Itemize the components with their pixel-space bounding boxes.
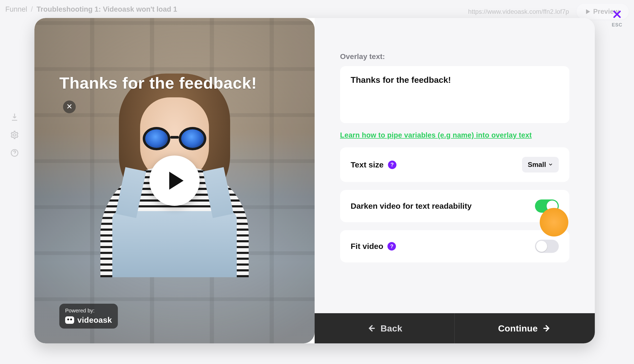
svg-point-0 bbox=[13, 134, 16, 136]
videoask-logo-icon bbox=[65, 316, 74, 324]
text-size-value: Small bbox=[528, 161, 546, 169]
modal-footer: Back Continue bbox=[315, 313, 595, 343]
overlay-settings-modal: Thanks for the feedback! Powered by: vid… bbox=[34, 18, 595, 343]
share-url[interactable]: https://www.videoask.com/ffn2.lof7p bbox=[468, 8, 569, 15]
settings-panel: Overlay text: Learn how to pipe variable… bbox=[315, 18, 595, 343]
clear-overlay-button[interactable] bbox=[63, 101, 76, 113]
overlay-text-preview: Thanks for the feedback! bbox=[59, 74, 293, 92]
text-size-label: Text size bbox=[351, 160, 384, 169]
back-button[interactable]: Back bbox=[315, 313, 455, 343]
continue-button[interactable]: Continue bbox=[455, 313, 595, 343]
fit-video-toggle[interactable] bbox=[535, 240, 559, 253]
text-size-row: Text size ? Small bbox=[340, 147, 569, 182]
close-button[interactable] bbox=[611, 9, 623, 21]
page-title: Troubleshooting 1: Videoask won't load 1 bbox=[37, 5, 177, 13]
breadcrumb-root[interactable]: Funnel bbox=[5, 5, 27, 13]
brand-name: videoask bbox=[77, 315, 112, 325]
arrow-left-icon bbox=[367, 324, 376, 333]
back-label: Back bbox=[381, 323, 402, 334]
powered-by-badge[interactable]: Powered by: videoask bbox=[59, 304, 118, 329]
overlay-text-label: Overlay text: bbox=[340, 52, 569, 61]
fit-video-help-icon[interactable]: ? bbox=[387, 242, 396, 251]
page-header-right: https://www.videoask.com/ffn2.lof7p Prev… bbox=[468, 4, 629, 19]
darken-video-toggle[interactable] bbox=[535, 199, 559, 213]
play-icon bbox=[169, 172, 184, 190]
text-size-select[interactable]: Small bbox=[522, 157, 559, 172]
play-icon bbox=[586, 9, 590, 14]
text-size-help-icon[interactable]: ? bbox=[388, 161, 396, 169]
play-button[interactable] bbox=[149, 156, 200, 206]
gear-icon[interactable] bbox=[9, 129, 20, 141]
fit-video-row: Fit video ? bbox=[340, 230, 569, 262]
fit-video-label: Fit video bbox=[351, 242, 383, 251]
arrow-right-icon bbox=[542, 324, 551, 333]
darken-video-row: Darken video for text readability bbox=[340, 190, 569, 222]
esc-label: ESC bbox=[612, 22, 622, 28]
help-icon[interactable] bbox=[9, 147, 20, 159]
learn-variables-link[interactable]: Learn how to pipe variables (e.g name) i… bbox=[340, 131, 532, 139]
close-icon bbox=[66, 103, 72, 110]
overlay-text-input[interactable] bbox=[340, 66, 569, 123]
download-icon[interactable] bbox=[9, 111, 20, 123]
powered-by-label: Powered by: bbox=[65, 307, 112, 314]
breadcrumb-separator: / bbox=[31, 5, 33, 13]
continue-label: Continue bbox=[498, 323, 538, 334]
video-preview: Thanks for the feedback! Powered by: vid… bbox=[34, 18, 315, 343]
darken-video-label: Darken video for text readability bbox=[351, 202, 472, 211]
close-icon bbox=[612, 9, 622, 20]
chevron-down-icon bbox=[548, 161, 553, 169]
close-area: ESC bbox=[611, 9, 623, 28]
left-rail bbox=[0, 32, 29, 364]
